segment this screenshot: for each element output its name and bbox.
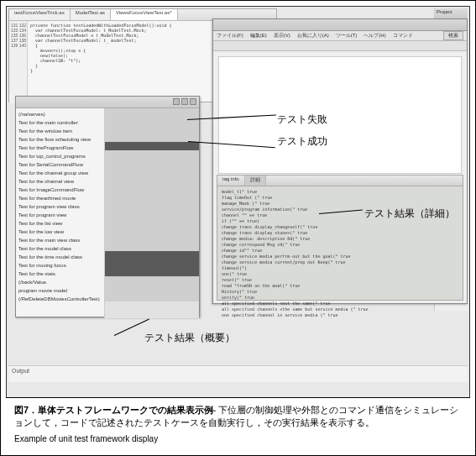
detail-line: manage_Mask (" true (222, 201, 458, 207)
test-row-name[interactable]: Test for the low view (18, 228, 102, 236)
detail-line: change media: description 04(" true (222, 236, 458, 242)
detail-line: History(" true (222, 289, 458, 295)
test-row-name[interactable]: Test for moving focus (18, 261, 102, 270)
test-name-column: (/na/serves)Test for the main controller… (16, 108, 105, 318)
detail-line: change id"" true (222, 248, 458, 254)
detail-line: all specified channels <not the same(" t… (222, 301, 458, 307)
test-row-status (105, 167, 199, 176)
test-row-name[interactable]: Test for theProgramFlow (18, 144, 102, 152)
test-row-status (105, 268, 199, 276)
test-row-name[interactable]: (/RefDeleteDBMoviesControllerTest) (18, 295, 102, 303)
detail-tab[interactable]: tag info (217, 176, 245, 186)
detail-line: change service media current/prep not Ke… (222, 259, 458, 265)
test-results-window: (/na/serves)Test for the main controller… (15, 96, 200, 317)
test-row-status (105, 159, 199, 167)
test-row-status (105, 293, 199, 301)
test-detail-panel: tag info詳細 model_t(" trueflag timeOut ("… (217, 175, 463, 301)
tests-titlebar (16, 97, 199, 108)
test-row-status (105, 251, 199, 259)
caption-en: Example of unit test framework display (14, 434, 462, 443)
search-button[interactable]: 検索 (443, 31, 463, 40)
test-status-column (105, 108, 199, 318)
detail-line: change trans display <tune>(" true (222, 230, 458, 236)
caption-title-jp: 図7．単体テストフレームワークでの結果表示例 (14, 405, 213, 415)
test-row-name[interactable]: Test for the flow scheduling view (18, 135, 102, 144)
test-row-name[interactable]: Test for the channel view (18, 177, 102, 186)
detail-line: all specified channels <the same but ser… (222, 307, 458, 312)
ide-tab[interactable]: testFocusViewTrick.as (9, 9, 71, 20)
menu-item[interactable]: ヘルプ(H) (364, 32, 385, 39)
test-row-status (105, 276, 199, 285)
test-row-status (105, 201, 199, 209)
annotation-fail: テスト失敗 (277, 113, 327, 127)
test-row-status (105, 150, 199, 159)
test-row-status (105, 243, 199, 251)
detail-line: change service media perfrm-out but the … (222, 254, 458, 259)
test-row-name[interactable]: Test for theachined movie (18, 194, 102, 202)
test-row-name[interactable]: Test for program view class (18, 202, 102, 211)
annotation-detail: テスト結果（詳細） (364, 207, 455, 221)
project-panel-title: Project (435, 8, 468, 18)
test-row-status (105, 134, 199, 142)
output-panel: Output (8, 365, 468, 382)
test-row-name[interactable]: Test for program view (18, 211, 102, 219)
ide-tab[interactable]: ViewsFocusViewTest.as* (111, 9, 177, 20)
test-row-status (105, 209, 199, 218)
test-row-name[interactable]: Test for the stats (18, 270, 102, 278)
annotation-pass: テスト成功 (277, 134, 327, 149)
test-row-name[interactable]: Test for the model class (18, 244, 102, 253)
menu-item[interactable]: ファイル(F) (217, 32, 243, 39)
test-row-name[interactable]: Test for ImageCommandFlow (18, 186, 102, 194)
detail-line: flag timeOut (" true (222, 195, 458, 201)
test-row-name[interactable]: Test for SerialCommandFlow (18, 160, 102, 169)
test-row-status (105, 117, 199, 125)
test-row-name[interactable]: Test for top_control_programs (18, 152, 102, 160)
app-titlebar (213, 19, 467, 31)
output-label: Output (12, 368, 29, 374)
menu-item[interactable]: 表示(V) (274, 32, 290, 39)
test-row-name[interactable]: Test for the main view class (18, 236, 102, 244)
app-toolbar (213, 41, 467, 51)
detail-line: verify(" true (222, 295, 458, 301)
test-row-name[interactable]: program movie model (18, 286, 102, 295)
test-row-status (105, 285, 199, 293)
test-row-name[interactable]: (/back/Value. (18, 278, 102, 286)
test-row-status (105, 176, 199, 184)
detail-line: one specified channel in service media (… (222, 312, 458, 318)
detail-line: read "fromSH on the anal(" true (222, 283, 458, 289)
window-controls[interactable] (173, 98, 196, 105)
test-row-name[interactable]: Test for the time model class (18, 253, 102, 261)
menu-item[interactable]: お気に入り(A) (297, 32, 329, 39)
test-row-name[interactable]: Test for the window item (18, 127, 102, 135)
app-menubar: ファイル(F)編集(E)表示(V)お気に入り(A)ツール(T)ヘルプ(H)コマン… (213, 31, 467, 41)
test-row-name[interactable]: Test for the channel group view (18, 169, 102, 177)
menu-item[interactable]: 編集(E) (250, 32, 267, 39)
annotation-summary: テスト結果（概要） (144, 331, 235, 345)
detail-line: change correspond Msg <4(" true (222, 242, 458, 248)
detail-line: reset(" true (222, 277, 458, 283)
line-number-gutter: 131 132 133 134 135 136 137 138 139 140 (9, 21, 28, 103)
test-row-status (105, 234, 199, 243)
figure-frame: Project testFocusViewTrick.asModelTest.a… (6, 6, 470, 450)
menu-item[interactable]: コマンド (393, 32, 413, 39)
test-row-status (105, 259, 199, 268)
detail-tab-bar: tag info詳細 (217, 176, 463, 186)
test-row-status (105, 226, 199, 234)
test-row-status (105, 142, 199, 150)
ide-tab[interactable]: ModelTest.as (71, 9, 111, 20)
detail-line: timeout(") (222, 265, 458, 271)
test-row-name[interactable]: Test for the list view (18, 219, 102, 228)
test-row-status (105, 125, 199, 134)
menu-item[interactable]: ツール(T) (336, 32, 358, 39)
test-row-status (105, 184, 199, 192)
test-row-name[interactable]: (/na/serves) (18, 110, 102, 118)
detail-line: one(" true (222, 271, 458, 277)
test-row-status (105, 218, 199, 226)
figure-caption: 図7．単体テストフレームワークでの結果表示例 ̶ 下位層の制御処理や外部とのコマ… (6, 397, 470, 450)
test-row-status (105, 108, 199, 117)
test-row-status (105, 192, 199, 201)
detail-tab[interactable]: 詳細 (245, 176, 266, 186)
test-row-name[interactable]: Test for the main controller (18, 118, 102, 127)
detail-line: model_t(" true (222, 189, 458, 195)
detail-line: change trans display_changeself(" true (222, 224, 458, 230)
